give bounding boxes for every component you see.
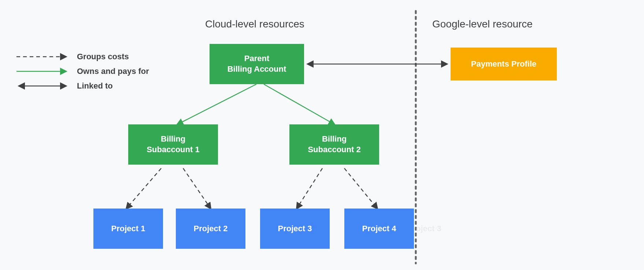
dashed-arrow-icon xyxy=(15,51,70,62)
svg-line-5 xyxy=(183,168,211,209)
svg-line-7 xyxy=(344,168,377,209)
svg-line-3 xyxy=(264,84,334,124)
box-project-3: Project 3 xyxy=(260,209,330,249)
box-billing-subaccount-1: Billing Subaccount 1 xyxy=(128,124,218,165)
legend-label-owns-pays: Owns and pays for xyxy=(77,67,149,76)
legend-row-linked-to: Linked to xyxy=(15,80,149,91)
legend-row-groups-costs: Groups costs xyxy=(15,51,149,62)
double-arrow-icon xyxy=(15,80,70,91)
solid-green-arrow-icon xyxy=(15,66,70,77)
box-payments-profile: Payments Profile xyxy=(451,48,557,80)
box-project-4: Project 4 xyxy=(344,209,414,249)
heading-google: Google-level resource xyxy=(432,18,533,30)
svg-line-2 xyxy=(177,84,256,124)
heading-cloud: Cloud-level resources xyxy=(205,18,304,30)
legend-label-linked-to: Linked to xyxy=(77,81,113,91)
box-parent-billing-account: Parent Billing Account xyxy=(210,44,304,84)
svg-line-4 xyxy=(126,168,161,209)
legend: Groups costs Owns and pays for Linked to xyxy=(15,51,149,95)
box-project-1: Project 1 xyxy=(93,209,163,249)
svg-line-6 xyxy=(297,168,322,209)
legend-row-owns-pays: Owns and pays for xyxy=(15,66,149,77)
legend-label-groups-costs: Groups costs xyxy=(77,52,129,61)
ghost-text-project: oject 3 xyxy=(416,224,441,233)
box-billing-subaccount-2: Billing Subaccount 2 xyxy=(289,124,379,165)
box-project-2: Project 2 xyxy=(176,209,245,249)
